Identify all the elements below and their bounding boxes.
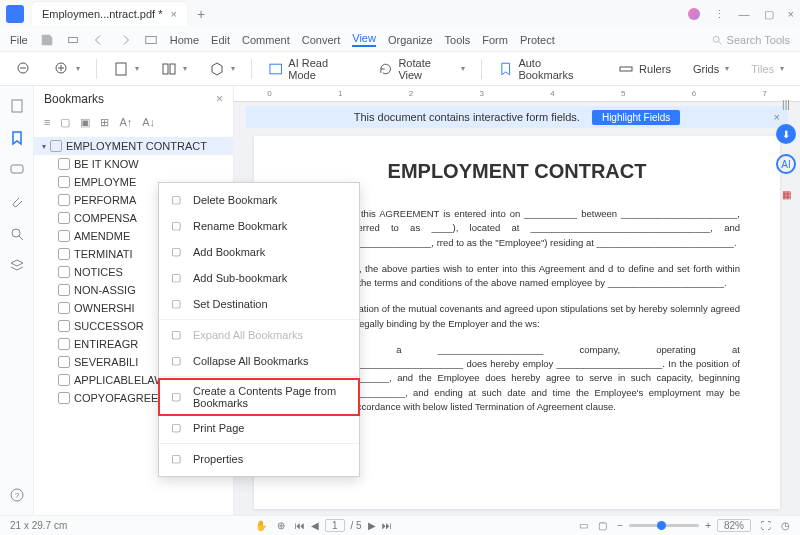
view-toolbar: ▾ ▾ ▾ ▾ AI Read Mode Rotate View▾ Auto B… bbox=[0, 52, 800, 86]
svg-rect-10 bbox=[12, 100, 22, 112]
context-menu-item[interactable]: ▢Rename Bookmark bbox=[159, 213, 359, 239]
zoom-out-icon[interactable]: − bbox=[617, 520, 623, 531]
file-menu[interactable]: File bbox=[10, 34, 28, 46]
bm-expand-icon[interactable]: ⊞ bbox=[100, 116, 109, 129]
menu-edit[interactable]: Edit bbox=[211, 34, 230, 46]
bm-font-dec-icon[interactable]: A↓ bbox=[142, 116, 155, 129]
bookmark-root[interactable]: ▾EMPLOYMENT CONTRACT bbox=[34, 137, 233, 155]
close-panel-icon[interactable]: × bbox=[216, 92, 223, 106]
zoom-in-button[interactable]: ▾ bbox=[48, 57, 86, 81]
close-tab-icon[interactable]: × bbox=[170, 8, 176, 20]
new-tab-button[interactable]: + bbox=[197, 6, 205, 22]
sidebar-toggle-icon[interactable]: ||| bbox=[776, 94, 796, 114]
menu-home[interactable]: Home bbox=[170, 34, 199, 46]
mail-icon[interactable] bbox=[144, 33, 158, 47]
rotate-view-button[interactable]: Rotate View▾ bbox=[372, 53, 471, 85]
context-menu-item[interactable]: ▢Add Bookmark bbox=[159, 239, 359, 265]
search-tools[interactable]: Search Tools bbox=[711, 34, 790, 46]
last-page-icon[interactable]: ⏭ bbox=[382, 520, 392, 531]
zoom-out-button[interactable] bbox=[10, 57, 38, 81]
thumbnails-icon[interactable] bbox=[9, 98, 25, 114]
bookmarks-panel-title: Bookmarks bbox=[44, 92, 104, 106]
bookmark-context-menu: ▢Delete Bookmark▢Rename Bookmark▢Add Boo… bbox=[158, 182, 360, 477]
svg-rect-0 bbox=[68, 37, 77, 42]
bm-list-icon[interactable]: ≡ bbox=[44, 116, 50, 129]
menu-tools[interactable]: Tools bbox=[445, 34, 471, 46]
doc-title: EMPLOYMENT CONTRACT bbox=[294, 160, 740, 183]
page-mode-button[interactable]: ▾ bbox=[155, 57, 193, 81]
context-menu-item[interactable]: ▢Delete Bookmark bbox=[159, 187, 359, 213]
svg-rect-8 bbox=[270, 64, 282, 74]
read-mode-button[interactable]: ▾ bbox=[203, 57, 241, 81]
fit-page-icon[interactable]: ▢ bbox=[598, 520, 607, 531]
svg-point-12 bbox=[12, 229, 20, 237]
next-page-icon[interactable]: ▶ bbox=[368, 520, 376, 531]
profile-icon[interactable] bbox=[688, 8, 700, 20]
context-menu-item[interactable]: ▢Print Page bbox=[159, 415, 359, 441]
left-rail: ? bbox=[0, 86, 34, 515]
rulers-button[interactable]: Rulers bbox=[612, 57, 677, 81]
app-icon bbox=[6, 5, 24, 23]
search-panel-icon[interactable] bbox=[9, 226, 25, 242]
window-controls: ⋮ — ▢ × bbox=[688, 8, 794, 21]
layers-icon[interactable] bbox=[9, 258, 25, 274]
bm-add-icon[interactable]: ▢ bbox=[60, 116, 70, 129]
tiles-button[interactable]: Tiles▾ bbox=[745, 59, 790, 79]
page-dimensions: 21 x 29.7 cm bbox=[10, 520, 67, 531]
form-fields-banner: This document contains interactive form … bbox=[246, 106, 788, 128]
close-window-icon[interactable]: × bbox=[788, 8, 794, 20]
highlight-fields-button[interactable]: Highlight Fields bbox=[592, 110, 680, 125]
document-tab[interactable]: Employmen...ntract.pdf * × bbox=[32, 2, 187, 26]
bm-delete-icon[interactable]: ▣ bbox=[80, 116, 90, 129]
context-menu-item[interactable]: ▢Set Destination bbox=[159, 291, 359, 317]
maximize-icon[interactable]: ▢ bbox=[764, 8, 774, 21]
select-tool-icon[interactable]: ⊕ bbox=[277, 520, 285, 531]
zoom-in-icon[interactable]: + bbox=[705, 520, 711, 531]
context-menu-item[interactable]: ▢Properties bbox=[159, 446, 359, 472]
menu-protect[interactable]: Protect bbox=[520, 34, 555, 46]
redo-icon[interactable] bbox=[118, 33, 132, 47]
page-number-input[interactable]: 1 bbox=[325, 519, 345, 532]
menu-organize[interactable]: Organize bbox=[388, 34, 433, 46]
bm-font-inc-icon[interactable]: A↑ bbox=[119, 116, 132, 129]
save-icon[interactable] bbox=[40, 33, 54, 47]
comments-icon[interactable] bbox=[9, 162, 25, 178]
context-menu-item[interactable]: ▢Add Sub-bookmark bbox=[159, 265, 359, 291]
tab-title: Employmen...ntract.pdf * bbox=[42, 8, 162, 20]
zoom-slider[interactable] bbox=[629, 524, 699, 527]
bookmarks-icon[interactable] bbox=[9, 130, 25, 146]
context-menu-item[interactable]: ▢Collapse All Bookmarks bbox=[159, 348, 359, 374]
print-icon[interactable] bbox=[66, 33, 80, 47]
auto-bookmarks-button[interactable]: Auto Bookmarks bbox=[492, 53, 602, 85]
titlebar: Employmen...ntract.pdf * × + ⋮ — ▢ × bbox=[0, 0, 800, 28]
minimize-icon[interactable]: — bbox=[739, 8, 750, 20]
ai-read-mode-button[interactable]: AI Read Mode bbox=[262, 53, 362, 85]
bookmark-item[interactable]: BE IT KNOW bbox=[34, 155, 233, 173]
download-icon[interactable]: ⬇ bbox=[776, 124, 796, 144]
ai-assistant-icon[interactable]: AI bbox=[776, 154, 796, 174]
svg-rect-6 bbox=[163, 64, 168, 74]
menu-form[interactable]: Form bbox=[482, 34, 508, 46]
office-icon[interactable]: ▦ bbox=[776, 184, 796, 204]
grids-button[interactable]: Grids▾ bbox=[687, 59, 735, 79]
first-page-icon[interactable]: ⏮ bbox=[295, 520, 305, 531]
undo-icon[interactable] bbox=[92, 33, 106, 47]
page-navigation: ⏮ ◀ 1 / 5 ▶ ⏭ bbox=[295, 519, 392, 532]
prev-page-icon[interactable]: ◀ bbox=[311, 520, 319, 531]
fullscreen-icon[interactable]: ⛶ bbox=[761, 520, 771, 531]
context-menu-item[interactable]: ▢Create a Contents Page from Bookmarks bbox=[159, 379, 359, 415]
attachments-icon[interactable] bbox=[9, 194, 25, 210]
clock-icon[interactable]: ◷ bbox=[781, 520, 790, 531]
banner-message: This document contains interactive form … bbox=[354, 111, 580, 123]
menu-comment[interactable]: Comment bbox=[242, 34, 290, 46]
menu-view[interactable]: View bbox=[352, 32, 376, 47]
page-layout-button[interactable]: ▾ bbox=[107, 57, 145, 81]
fit-width-icon[interactable]: ▭ bbox=[579, 520, 588, 531]
help-icon[interactable]: ? bbox=[9, 487, 25, 503]
hand-tool-icon[interactable]: ✋ bbox=[255, 520, 267, 531]
menu-dots-icon[interactable]: ⋮ bbox=[714, 8, 725, 21]
zoom-value[interactable]: 82% bbox=[717, 519, 751, 532]
bookmarks-toolbar: ≡ ▢ ▣ ⊞ A↑ A↓ bbox=[34, 112, 233, 133]
svg-point-2 bbox=[713, 36, 719, 42]
menu-convert[interactable]: Convert bbox=[302, 34, 341, 46]
